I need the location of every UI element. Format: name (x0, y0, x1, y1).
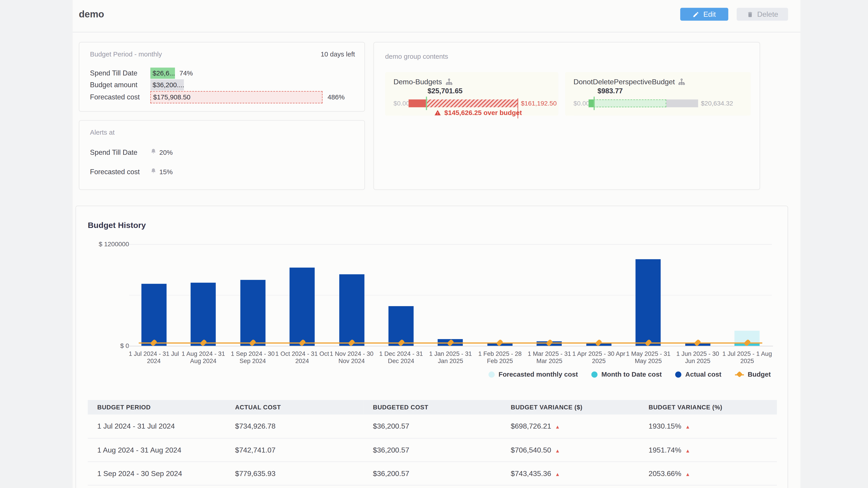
x-axis-label: 1 Sep 2024 - 30 Sep 2024 (226, 350, 279, 365)
chart-bar-group[interactable] (179, 244, 228, 346)
donotdelete-spend-value: $983.77 (597, 87, 623, 95)
legend-dot (675, 371, 681, 377)
bar-actual-cost[interactable] (339, 274, 364, 346)
table-cell: 2053.66%▲ (639, 461, 777, 485)
forecasted-cost-pct: 486% (328, 93, 345, 101)
table-cell: $734,926.78 (225, 415, 364, 438)
legend-item-month-to-date-cost[interactable]: Month to Date cost (591, 370, 662, 378)
legend-label: Month to Date cost (601, 370, 662, 378)
chart-bar-group[interactable] (376, 244, 426, 346)
edit-button-label: Edit (703, 10, 716, 19)
pencil-icon (692, 11, 700, 18)
alert-spend-label: Spend Till Date (90, 149, 137, 157)
chart-bar-group[interactable] (673, 244, 722, 346)
trend-up-icon: ▲ (555, 424, 560, 430)
bar-actual-cost[interactable] (141, 284, 166, 346)
demo-budgets-progress-bar (409, 99, 518, 107)
legend-item-actual-cost[interactable]: Actual cost (675, 370, 721, 378)
alerts-card: Alerts at Spend Till Date 20% Forecasted… (79, 120, 365, 190)
chart-bar-group[interactable] (277, 244, 327, 346)
x-axis-label: 1 Mar 2025 - 31 Mar 2025 (523, 350, 576, 365)
legend-item-budget[interactable]: Budget (735, 370, 771, 378)
legend-dot (489, 371, 495, 377)
chart-bar-group[interactable] (426, 244, 475, 346)
budget-history-card: Budget History $ 1200000 $ 0 1 Jul 2024 … (75, 205, 788, 488)
trend-up-icon: ▲ (685, 471, 690, 477)
x-axis-label: 1 Jan 2025 - 31 Jan 2025 (424, 350, 477, 365)
trend-up-icon: ▲ (685, 424, 690, 430)
table-header-row: BUDGET PERIODACTUAL COSTBUDGETED COSTBUD… (88, 400, 777, 414)
budget-period-card-title: Budget Period - monthly (90, 51, 162, 58)
warning-icon (434, 109, 441, 116)
chart-bar-group[interactable] (574, 244, 624, 346)
demo-budgets-spend-value: $25,701.65 (428, 87, 463, 95)
budget-amount-label: Budget amount (90, 81, 137, 89)
chart-bar-group[interactable] (722, 244, 772, 346)
legend-dot (591, 371, 597, 377)
legend-item-forecasted-monthly-cost[interactable]: Forecasted monthly cost (489, 370, 578, 378)
delete-button-label: Delete (757, 10, 778, 19)
budget-amount-chip: $36,200.... (150, 79, 184, 90)
edit-button[interactable]: Edit (680, 8, 728, 21)
table-row: 1 Sep 2024 - 30 Sep 2024$779,635.93$36,2… (88, 461, 777, 485)
table-cell: $706,540.50▲ (501, 438, 639, 462)
table-cell: $698,726.21▲ (501, 415, 639, 438)
chart-bar-group[interactable] (129, 244, 179, 346)
budget-history-title: Budget History (88, 221, 146, 230)
header-divider (72, 32, 800, 32)
table-cell: $36,200.57 (364, 438, 501, 462)
x-axis-label: 1 Jul 2024 - 31 Jul 2024 (127, 350, 181, 365)
table-column-header: BUDGET VARIANCE (%) (639, 400, 777, 414)
x-axis-label: 1 Nov 2024 - 30 Nov 2024 (325, 350, 378, 365)
bar-actual-cost[interactable] (289, 268, 315, 346)
delete-button[interactable]: Delete (737, 8, 788, 21)
budget-item-donotdelete[interactable]: DonotDeletePerspectiveBudget $983.77 $0.… (565, 72, 751, 116)
table-cell: 1951.74%▲ (639, 438, 777, 462)
donotdelete-progress-bar (589, 99, 698, 107)
alert-forecast-value: 15% (159, 168, 173, 176)
table-row: 1 Aug 2024 - 31 Aug 2024$742,741.07$36,2… (88, 438, 777, 462)
hierarchy-icon (678, 78, 685, 86)
forecasted-cost-label: Forecasted cost (90, 93, 140, 101)
donotdelete-max: $20,634.32 (701, 100, 733, 107)
y-axis-tick-max: $ 1200000 (87, 241, 129, 248)
chart-bar-group[interactable] (228, 244, 278, 346)
table-column-header: ACTUAL COST (225, 400, 364, 414)
app-stage: demo Edit Delete Budget Period - monthly… (0, 0, 868, 488)
alert-spend-value: 20% (159, 149, 173, 157)
table-cell: 1 Jul 2024 - 31 Jul 2024 (88, 415, 225, 438)
trend-up-icon: ▲ (555, 448, 560, 453)
days-left-label: 10 days left (320, 51, 355, 58)
chart-bar-group[interactable] (327, 244, 376, 346)
spend-till-date-chip: $26,6... (150, 68, 175, 78)
table-row: 1 Jul 2024 - 31 Jul 2024$734,926.78$36,2… (88, 415, 777, 438)
alert-forecast-label: Forecasted cost (90, 168, 140, 176)
bar-actual-cost[interactable] (191, 283, 216, 346)
forecasted-cost-chip: $175,908.50 (150, 91, 322, 103)
bell-icon (150, 148, 156, 155)
bell-icon (150, 168, 156, 174)
y-axis-tick-zero: $ 0 (87, 343, 129, 349)
legend-label: Budget (748, 370, 771, 378)
x-axis-label: 1 May 2025 - 31 May 2025 (621, 350, 675, 365)
x-axis-label: 1 Dec 2024 - 31 Dec 2024 (374, 350, 428, 365)
donotdelete-min: $0.00 (574, 100, 590, 107)
demo-budgets-name: Demo-Budgets (394, 78, 453, 86)
budget-item-demo-budgets[interactable]: Demo-Budgets $25,701.65 $0.00 $161,192.5… (385, 72, 559, 116)
trend-up-icon: ▲ (555, 471, 560, 477)
spend-till-date-label: Spend Till Date (90, 69, 137, 77)
chart-bar-group[interactable] (624, 244, 673, 346)
bar-actual-cost[interactable] (636, 259, 661, 346)
budget-period-card: Budget Period - monthly 10 days left Spe… (79, 42, 365, 111)
chart-legend: Forecasted monthly costMonth to Date cos… (489, 370, 771, 378)
hierarchy-icon (445, 78, 453, 86)
legend-label: Actual cost (685, 370, 721, 378)
table-cell: $743,435.36▲ (501, 461, 639, 485)
bar-actual-cost[interactable] (240, 280, 265, 346)
page-title: demo (79, 9, 104, 20)
chart-bar-group[interactable] (525, 244, 574, 346)
demo-budgets-spend-marker (426, 97, 427, 110)
demo-budgets-label: Demo-Budgets (394, 78, 442, 86)
chart-bar-group[interactable] (475, 244, 525, 346)
trend-up-icon: ▲ (685, 448, 690, 453)
